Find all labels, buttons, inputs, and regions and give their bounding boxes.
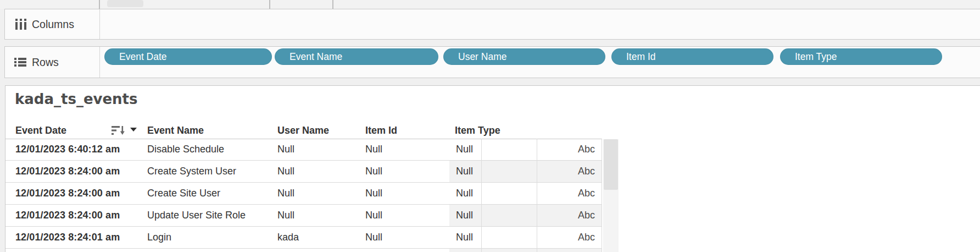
pill-user-name[interactable]: User Name <box>443 48 605 65</box>
cell-item-id: Null <box>365 205 382 226</box>
table-vertical-border <box>537 139 537 252</box>
table-row: 12/01/2023 8:24:00 am Create Site User N… <box>5 183 602 205</box>
columns-shelf-label: Columns <box>32 9 74 39</box>
cell-event-name: Disable Schedule <box>147 139 224 160</box>
table-vertical-border <box>481 139 482 252</box>
pill-event-date[interactable]: Event Date <box>104 48 272 65</box>
cell-item-type: Null <box>456 183 473 204</box>
column-header-item-id[interactable]: Item Id <box>365 122 397 139</box>
cell-event-name: Create Site User <box>147 183 220 204</box>
column-header-user-name[interactable]: User Name <box>277 122 329 139</box>
column-header-event-date[interactable]: Event Date <box>15 122 66 139</box>
cell-event-name: Login <box>147 227 171 248</box>
cell-item-id: Null <box>365 139 382 160</box>
row-band-shading <box>449 249 602 252</box>
table-row-partial <box>5 249 602 252</box>
cell-measure-placeholder: Abc <box>537 161 595 182</box>
cell-item-id: Null <box>365 227 382 248</box>
column-header-item-type[interactable]: Item Type <box>455 122 500 139</box>
rows-shelf-label: Rows <box>32 47 59 78</box>
table-header-row: Event Date Event Name User Name Item Id … <box>5 122 602 139</box>
cell-event-date: 12/01/2023 8:24:00 am <box>15 161 120 182</box>
table-row: 12/01/2023 8:24:00 am Update User Site R… <box>5 205 602 227</box>
cell-user-name: Null <box>277 205 294 226</box>
cell-item-type: Null <box>456 227 473 248</box>
vertical-scrollbar-track[interactable] <box>603 139 619 252</box>
cell-user-name: Null <box>277 139 294 160</box>
header-menu-caret-icon[interactable] <box>130 128 137 132</box>
cell-user-name: Null <box>277 183 294 204</box>
cell-event-name: Update User Site Role <box>147 205 246 226</box>
rows-icon <box>14 58 26 67</box>
top-strip-divider <box>332 0 333 9</box>
sort-descending-icon[interactable] <box>112 125 125 135</box>
cell-measure-placeholder: Abc <box>537 205 595 226</box>
cell-item-type: Null <box>456 205 473 226</box>
pill-event-name[interactable]: Event Name <box>275 48 438 65</box>
column-header-event-name[interactable]: Event Name <box>147 122 204 139</box>
top-strip <box>0 0 980 9</box>
cell-user-name: kada <box>277 227 299 248</box>
columns-shelf[interactable]: Columns <box>4 9 980 40</box>
cell-event-date: 12/01/2023 8:24:01 am <box>15 227 120 248</box>
cell-event-name: Create System User <box>147 161 236 182</box>
columns-icon <box>15 19 27 30</box>
cell-event-date: 12/01/2023 8:24:00 am <box>15 183 120 204</box>
cell-item-type: Null <box>456 139 473 160</box>
table-row: 12/01/2023 8:24:00 am Create System User… <box>5 161 602 183</box>
top-strip-divider <box>269 0 270 9</box>
cell-item-id: Null <box>365 183 382 204</box>
rows-shelf-label-cell: Rows <box>5 47 100 78</box>
columns-shelf-label-cell: Columns <box>5 9 100 39</box>
cell-measure-placeholder: Abc <box>537 183 595 204</box>
top-strip-divider <box>99 0 100 9</box>
cell-item-id: Null <box>365 161 382 182</box>
tableau-workspace: Columns Rows Event Date Event Name User … <box>0 0 980 252</box>
table-row: 12/01/2023 6:40:12 am Disable Schedule N… <box>5 139 602 161</box>
cell-event-date: 12/01/2023 8:24:00 am <box>15 205 120 226</box>
tab-remnant <box>107 0 143 7</box>
cell-measure-placeholder: Abc <box>537 139 595 160</box>
cell-measure-placeholder: Abc <box>537 227 595 248</box>
table-row: 12/01/2023 8:24:01 am Login kada Null Nu… <box>5 227 602 249</box>
table-vertical-border <box>602 139 602 252</box>
sheet-title: kada_ts_events <box>15 88 138 110</box>
cell-event-date: 12/01/2023 6:40:12 am <box>15 139 120 160</box>
pill-item-type[interactable]: Item Type <box>780 48 942 65</box>
pill-item-id[interactable]: Item Id <box>611 48 773 65</box>
cell-item-type: Null <box>456 161 473 182</box>
cell-user-name: Null <box>277 161 294 182</box>
vertical-scrollbar-thumb[interactable] <box>604 139 618 190</box>
